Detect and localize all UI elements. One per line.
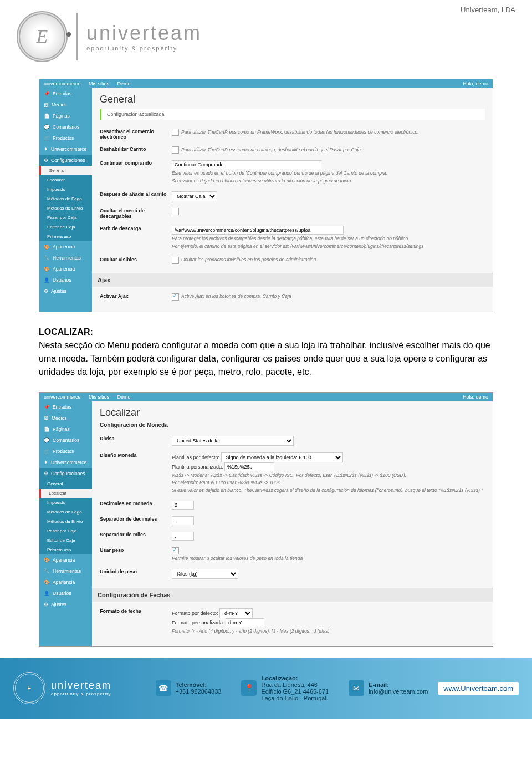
checkbox-ajax[interactable] [172, 293, 179, 301]
select-divisa[interactable]: United States dollar [172, 436, 294, 446]
footer-logo: E univerteam opportunity & prosperity [13, 672, 111, 704]
sidebar2-medios[interactable]: 🖼 Medios [39, 413, 92, 424]
company-label: Univerteam, LDA [461, 6, 515, 14]
sidebar-item-configuraciones[interactable]: ⚙ Configuraciones [39, 155, 92, 166]
location-icon: 📍 [241, 680, 257, 696]
sidebar-item-entradas[interactable]: 📌 Entradas [39, 88, 92, 99]
screenshot-localizar: univercommerce Mis sitios Demo Hola, dem… [39, 392, 493, 647]
input-plantilla-custom[interactable] [224, 462, 274, 471]
checkbox-ocultar-menu[interactable] [172, 208, 179, 215]
sidebar2-apariencia2[interactable]: 🎨 Apariencia [39, 577, 92, 588]
sidebar-sub-pago[interactable]: Métodos de Pago [39, 194, 92, 204]
screenshot-general: univercommerce Mis sitios Demo Hola, dem… [39, 79, 493, 312]
sidebar2-sub-localizar[interactable]: Localizar [39, 489, 92, 498]
sidebar-item-comentarios[interactable]: 💬 Comentarios [39, 121, 92, 133]
topbar-hello-2[interactable]: Hola, demo [463, 394, 488, 400]
topbar-demo-2[interactable]: Demo [117, 394, 131, 400]
admin-topbar: univercommerce Mis sitios Demo Hola, dem… [39, 79, 493, 88]
section-ajax: Ajax [92, 273, 493, 287]
checkbox-desactivar[interactable] [172, 129, 179, 136]
page-title-2: Localizar [100, 407, 485, 419]
topbar-logo-2: univercommerce [44, 394, 81, 400]
admin-sidebar: 📌 Entradas 🖼 Medios 📄 Páginas 💬 Comentar… [39, 88, 92, 312]
sidebar-item-paginas[interactable]: 📄 Páginas [39, 110, 92, 121]
input-path[interactable] [172, 226, 344, 235]
select-unidad-peso[interactable]: Kilos (kg) [172, 569, 238, 579]
sidebar2-entradas[interactable]: 📌 Entradas [39, 401, 92, 413]
sidebar-item-univercommerce[interactable]: ✦ Univercommerce [39, 144, 92, 155]
sidebar-item-apariencia[interactable]: 🎨 Apariencia [39, 241, 92, 252]
sidebar2-usuarios[interactable]: 👤 Usuarios [39, 588, 92, 599]
footer-website[interactable]: www.Univerteam.com [438, 682, 519, 695]
admin-main: General Configuración actualizada Desact… [92, 88, 493, 312]
row-peso: Usar peso Permite mostrar u ocultar los … [100, 544, 485, 566]
sidebar2-sub-impuesto[interactable]: Impuesto [39, 498, 92, 507]
row-sep-mil: Separador de miles [100, 528, 485, 544]
sidebar2-sub-primera[interactable]: Primera uso [39, 545, 92, 554]
sidebar2-sub-pago[interactable]: Métodos de Pago [39, 507, 92, 517]
sidebar-item-ajustes[interactable]: ⚙ Ajustes [39, 286, 92, 297]
row-decimales: Decimales en moneda [100, 497, 485, 513]
topbar-sites[interactable]: Mis sitios [89, 81, 109, 87]
sidebar-sub-impuesto[interactable]: Impuesto [39, 185, 92, 194]
email-icon: ✉ [349, 680, 364, 696]
admin-main-2: Localizar Configuración de Moneda Divisa… [92, 401, 493, 646]
checkbox-peso[interactable] [172, 547, 179, 554]
row-desactivar: Desactivar el comercio electrónico Para … [100, 125, 485, 143]
row-divisa: Divisa United States dollar [100, 433, 485, 449]
row-ocultar-visibles: Ocultar visibles Ocultar los productos i… [100, 253, 485, 267]
row-path: Path de descarga Para proteger los archi… [100, 222, 485, 253]
sidebar2-sub-caja[interactable]: Pasar por Caja [39, 526, 92, 536]
checkbox-visibles[interactable] [172, 257, 179, 264]
admin-topbar-2: univercommerce Mis sitios Demo Hola, dem… [39, 393, 493, 401]
footer-email: ✉ E-mail:info@univerteam.com [349, 680, 428, 696]
topbar-sites-2[interactable]: Mis sitios [89, 394, 109, 400]
checkbox-deshabilitar[interactable] [172, 146, 179, 154]
brand-tagline: opportunity & prosperity [86, 45, 202, 52]
sidebar-sub-envio[interactable]: Métodos de Envío [39, 204, 92, 213]
input-fecha-custom[interactable] [226, 618, 264, 627]
topbar-hello[interactable]: Hola, demo [463, 81, 488, 87]
select-plantilla[interactable]: Signo de moneda a la izquierda: € 100 [221, 452, 343, 462]
sidebar2-sub-editor[interactable]: Editor de Caja [39, 536, 92, 545]
sidebar-sub-editor[interactable]: Editor de Caja [39, 222, 92, 232]
sidebar-sub-caja[interactable]: Pasar por Caja [39, 213, 92, 222]
sidebar2-configuraciones[interactable]: ⚙ Configuraciones [39, 468, 92, 479]
footer-location: 📍 Localização:Rua da Lionesa, 446Edifíci… [241, 675, 329, 701]
input-continuar[interactable] [172, 160, 321, 169]
header-logo: E univerteam opportunity & prosperity [0, 0, 532, 73]
sidebar-sub-localizar[interactable]: Localizar [39, 175, 92, 185]
brand-name: univerteam [86, 22, 202, 45]
sidebar2-comentarios[interactable]: 💬 Comentarios [39, 435, 92, 446]
sidebar-item-usuarios[interactable]: 👤 Usuarios [39, 274, 92, 286]
topbar-demo[interactable]: Demo [117, 81, 131, 87]
instruction-paragraph: Nesta secção do Menu poderá configurar a… [39, 340, 490, 377]
sidebar2-univercommerce[interactable]: ✦ Univercommerce [39, 457, 92, 468]
row-unidad-peso: Unidad de peso Kilos (kg) [100, 566, 485, 582]
row-sep-dec: Separador de decimales [100, 513, 485, 528]
sidebar-item-apariencia2[interactable]: 🎨 Apariencia [39, 263, 92, 274]
select-despues[interactable]: Mostrar Caja [172, 191, 217, 201]
sidebar2-productos[interactable]: 🛒 Productos [39, 446, 92, 457]
row-fecha: Formato de fecha Formato por defecto: d-… [100, 605, 485, 638]
row-continuar: Continuar comprando Este valor es usado … [100, 157, 485, 188]
sidebar-sub-primera[interactable]: Primera uso [39, 232, 92, 241]
sidebar-item-productos[interactable]: 🛒 Productos [39, 133, 92, 144]
sidebar2-herramientas[interactable]: 🔧 Herramientas [39, 566, 92, 577]
sidebar2-apariencia[interactable]: 🎨 Apariencia [39, 554, 92, 566]
sidebar2-sub-envio[interactable]: Métodos de Envío [39, 517, 92, 526]
sidebar-item-medios[interactable]: 🖼 Medios [39, 99, 92, 110]
page-footer: E univerteam opportunity & prosperity ☎ … [0, 658, 532, 719]
sidebar2-paginas[interactable]: 📄 Páginas [39, 424, 92, 435]
footer-phone: ☎ Telemóvel:+351 962864833 [156, 680, 222, 696]
sidebar2-ajustes[interactable]: ⚙ Ajustes [39, 599, 92, 610]
sidebar2-sub-general[interactable]: General [39, 479, 92, 489]
input-decimales[interactable] [172, 501, 194, 510]
row-diseno: Diseño Moneda Plantillas por defecto: Si… [100, 449, 485, 498]
input-sep-mil[interactable] [172, 532, 194, 541]
input-sep-dec[interactable] [172, 516, 194, 525]
logo-icon: E [17, 11, 68, 62]
select-fecha[interactable]: d-m-Y [219, 608, 253, 618]
sidebar-sub-general[interactable]: General [39, 166, 92, 175]
sidebar-item-herramientas[interactable]: 🔧 Herramientas [39, 252, 92, 263]
